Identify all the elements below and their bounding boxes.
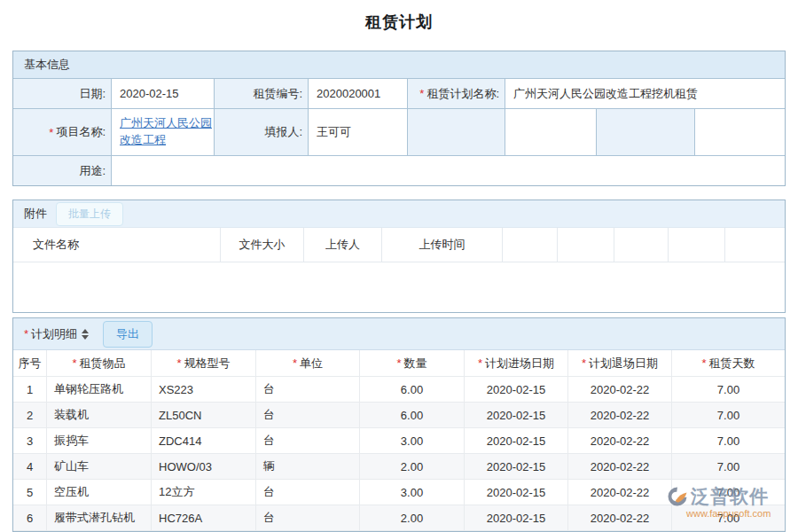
cell-quantity: 2.00 — [360, 505, 465, 531]
table-row: 3 振捣车 ZDC414 台 3.00 2020-02-15 2020-02-2… — [13, 428, 785, 454]
cell-seq: 5 — [13, 480, 47, 505]
reporter-label: 填报人: — [215, 109, 308, 155]
table-row: 6 履带式潜孔钻机 HC726A 台 2.00 2020-02-15 2020-… — [13, 505, 785, 531]
attachments-bar: 附件 批量上传 — [13, 200, 785, 228]
col-spec-model: *规格型号 — [152, 350, 256, 377]
cell-entry-date: 2020-02-15 — [465, 480, 568, 505]
rental-no-label: 租赁编号: — [215, 79, 308, 108]
cell-rental-item: 履带式潜孔钻机 — [47, 505, 152, 531]
date-label: 日期: — [13, 79, 111, 108]
cell-spec-model: ZL50CN — [152, 403, 256, 428]
sort-toggle-icon[interactable] — [82, 329, 89, 340]
col-rental-days: *租赁天数 — [672, 350, 785, 377]
cell-unit: 辆 — [256, 454, 360, 480]
cell-quantity: 6.00 — [360, 377, 465, 403]
col-exit-date-label: 计划退场日期 — [589, 356, 658, 372]
cell-seq: 3 — [13, 428, 47, 454]
cell-quantity: 6.00 — [360, 403, 465, 428]
cell-entry-date: 2020-02-15 — [465, 428, 568, 454]
project-name-cell: 广州天河人民公园改造工程 — [112, 109, 214, 155]
page-title: 租赁计划 — [0, 12, 798, 33]
cell-seq: 6 — [13, 505, 47, 531]
required-asterisk: * — [701, 356, 706, 370]
cell-spec-model: 12立方 — [152, 480, 256, 505]
project-name-label: * 项目名称: — [13, 109, 111, 155]
plan-details-section-title: 计划明细 — [31, 326, 77, 342]
col-unit-label: 单位 — [300, 356, 323, 372]
cell-rental-item: 振捣车 — [47, 428, 152, 454]
cell-rental-days: 7.00 — [672, 403, 785, 428]
cell-spec-model: HC726A — [152, 505, 256, 531]
table-row: 5 空压机 12立方 台 3.00 2020-02-15 2020-02-22 … — [13, 480, 785, 505]
required-asterisk: * — [24, 327, 28, 340]
plan-name-label: * 租赁计划名称: — [408, 79, 505, 108]
cell-unit: 台 — [256, 403, 360, 428]
cell-spec-model: ZDC414 — [152, 428, 256, 454]
col-file-size: 文件大小 — [221, 228, 304, 262]
cell-seq: 4 — [13, 454, 47, 480]
col-quantity-label: 数量 — [404, 356, 427, 372]
cell-quantity: 3.00 — [360, 428, 465, 454]
purpose-value — [112, 156, 785, 186]
col-file-name: 文件名称 — [13, 228, 221, 262]
col-empty — [558, 228, 614, 262]
required-asterisk: * — [396, 356, 401, 370]
cell-rental-days: 7.00 — [672, 480, 785, 505]
empty-value-cell — [695, 109, 785, 155]
attachments-panel: 附件 批量上传 文件名称 文件大小 上传人 上传时间 — [12, 200, 786, 313]
cell-unit: 台 — [256, 480, 360, 505]
cell-rental-item: 单钢轮压路机 — [47, 377, 152, 403]
page: 租赁计划 基本信息 日期: 2020-02-15 租赁编号: 202002000… — [0, 0, 798, 532]
cell-unit: 台 — [256, 377, 360, 403]
purpose-label: 用途: — [13, 156, 111, 186]
cell-entry-date: 2020-02-15 — [465, 454, 568, 480]
date-value: 2020-02-15 — [112, 79, 214, 108]
cell-exit-date: 2020-02-22 — [568, 480, 672, 505]
cell-quantity: 3.00 — [360, 480, 465, 505]
attachments-header-row: 文件名称 文件大小 上传人 上传时间 — [13, 228, 785, 262]
col-empty — [614, 228, 669, 262]
col-upload-time: 上传时间 — [382, 228, 503, 262]
table-row: 4 矿山车 HOWO/03 辆 2.00 2020-02-15 2020-02-… — [13, 454, 785, 480]
required-asterisk: * — [582, 356, 586, 370]
cell-rental-days: 7.00 — [672, 505, 785, 531]
basic-info-grid: 日期: 2020-02-15 租赁编号: 2020020001 * 租赁计划名称… — [13, 78, 785, 186]
cell-rental-item: 装载机 — [47, 403, 152, 428]
plan-name-value: 广州天河人民公园改造工程挖机租赁 — [505, 79, 785, 108]
required-asterisk: * — [49, 126, 53, 139]
cell-exit-date: 2020-02-22 — [568, 505, 672, 531]
required-asterisk: * — [478, 356, 482, 370]
col-empty — [669, 228, 725, 262]
export-button[interactable]: 导出 — [103, 321, 153, 348]
col-empty — [503, 228, 558, 262]
table-header-row: 序号 *租赁物品 *规格型号 *单位 *数量 *计划进场日期 *计划退场日期 *… — [13, 350, 785, 377]
col-exit-date: *计划退场日期 — [568, 350, 672, 377]
cell-exit-date: 2020-02-22 — [568, 428, 672, 454]
project-name-link[interactable]: 广州天河人民公园改造工程 — [120, 115, 214, 149]
basic-info-panel: 基本信息 日期: 2020-02-15 租赁编号: 2020020001 * 租… — [12, 51, 786, 186]
batch-upload-button[interactable]: 批量上传 — [56, 202, 123, 226]
col-rental-days-label: 租赁天数 — [709, 356, 755, 372]
required-asterisk: * — [72, 356, 76, 370]
cell-spec-model: HOWO/03 — [152, 454, 256, 480]
plan-details-panel: * 计划明细 导出 序号 *租赁物品 *规格型号 *单位 *数量 *计划进场日期… — [12, 317, 786, 532]
project-name-label-text: 项目名称: — [56, 124, 106, 140]
table-row: 2 装载机 ZL50CN 台 6.00 2020-02-15 2020-02-2… — [13, 403, 785, 428]
cell-seq: 2 — [13, 403, 47, 428]
rental-no-value: 2020020001 — [309, 79, 407, 108]
cell-rental-item: 空压机 — [47, 480, 152, 505]
basic-info-section-title: 基本信息 — [13, 51, 785, 78]
cell-seq: 1 — [13, 377, 47, 403]
cell-rental-days: 7.00 — [672, 377, 785, 403]
table-row: 1 单钢轮压路机 XS223 台 6.00 2020-02-15 2020-02… — [13, 377, 785, 403]
required-asterisk: * — [419, 87, 424, 100]
cell-exit-date: 2020-02-22 — [568, 454, 672, 480]
col-quantity: *数量 — [360, 350, 465, 377]
cell-unit: 台 — [256, 428, 360, 454]
empty-value-cell — [505, 109, 596, 155]
reporter-value: 王可可 — [309, 109, 407, 155]
col-rental-item-label: 租赁物品 — [80, 356, 126, 372]
cell-unit: 台 — [256, 505, 360, 531]
col-seq: 序号 — [13, 350, 47, 377]
col-unit: *单位 — [256, 350, 360, 377]
